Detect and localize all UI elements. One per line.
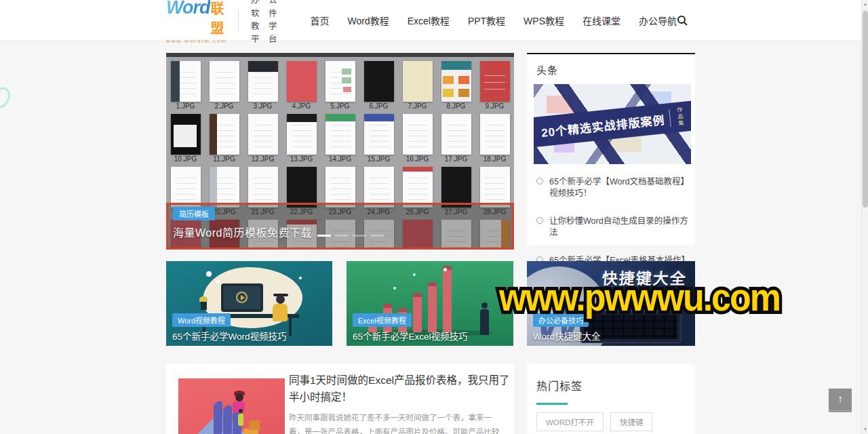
resume-thumbnail[interactable] [403,61,433,102]
thumbnail-cell[interactable]: 10.JPG [166,110,205,163]
resume-thumbnail[interactable] [403,167,433,208]
bullet-circle-icon [536,178,543,184]
thumbnail-cell[interactable]: 1.JPG [166,57,205,110]
thumbnail-cell[interactable]: 11.JPG [205,110,243,163]
carousel-caption[interactable]: 海量Word简历模板免费下载 [173,224,514,240]
main-nav: 首页Word教程Excel教程PPT教程WPS教程在线课堂办公导航 [310,14,677,27]
thumbnail-cell[interactable]: 13.JPG [282,110,321,163]
resume-thumbnail[interactable] [441,167,471,208]
card-excel-video[interactable]: Excel视频教程 65个新手必学Excel视频技巧 [347,261,513,346]
thumbnail-cell[interactable]: 6.JPG [359,57,398,110]
hot-tags-underline [536,403,568,405]
nav-item[interactable]: Word教程 [347,14,389,27]
resume-thumbnail[interactable] [171,167,201,208]
resume-thumbnail[interactable] [248,114,278,155]
resume-thumbnail[interactable] [248,167,278,208]
article-thumbnail[interactable] [178,378,285,434]
hero-carousel[interactable]: 1.JPG2.JPG3.JPG4.JPG5.JPG6.JPG7.JPG8.JPG… [166,53,514,250]
scrollbar-thumb[interactable] [863,11,868,208]
thumbnail-cell[interactable]: 14.JPG [321,110,359,163]
carousel-indicator[interactable] [317,235,331,237]
browser-scrollbar[interactable]: ▲ ▼ [861,0,868,434]
nav-item[interactable]: WPS教程 [524,14,564,27]
logo-url: www.wordlm.com [166,38,227,44]
thumbnail-cell[interactable]: 18.JPG [475,110,514,163]
nav-item[interactable]: Excel教程 [408,14,450,27]
resume-thumbnail[interactable] [480,114,510,155]
resume-thumbnail[interactable] [171,114,201,155]
tagline-line1: 办 公 软 件 [251,0,297,20]
resume-thumbnail[interactable] [403,114,433,155]
thumbnail-cell[interactable]: 7.JPG [398,57,437,110]
card-word-video[interactable]: Word视频教程 65个新手必学Word视频技巧 [166,261,332,346]
logo-lianmeng: 联盟 [211,0,228,37]
card-tag[interactable]: Word视频教程 [172,313,231,327]
thumbnail-cell[interactable]: 16.JPG [398,110,437,163]
resume-thumbnail[interactable] [210,61,239,102]
resume-thumbnail[interactable] [441,114,471,155]
sparkle [393,287,396,290]
scroll-to-top-button[interactable]: ↑ [829,389,852,412]
resume-thumbnail[interactable] [364,114,394,155]
thumbnail-filename: 5.JPG [331,103,350,110]
resume-thumbnail[interactable] [364,61,394,102]
thumbnail-filename: 3.JPG [254,103,273,110]
resume-thumbnail[interactable] [210,167,239,208]
article-title[interactable]: 同事1天时间做的Excel产品报价表格，我只用了半小时搞定！ [289,372,514,406]
resume-thumbnail[interactable] [480,61,510,102]
resume-thumbnail[interactable] [326,114,355,155]
hot-tag-button[interactable]: 快捷键 [610,412,653,431]
deco-dot [216,280,220,283]
nav-item[interactable]: PPT教程 [468,14,505,27]
thumbnail-filename: 14.JPG [329,156,351,163]
card-title[interactable]: 65个新手必学Word视频技巧 [172,329,287,342]
scrollbar-down-arrow[interactable]: ▼ [862,427,868,431]
thumbnail-cell[interactable]: 17.JPG [437,110,475,163]
sparkle [443,268,447,271]
card-tag[interactable]: Excel视频教程 [353,313,412,327]
resume-thumbnail[interactable] [441,61,471,102]
search-button[interactable] [677,15,688,26]
resume-thumbnail[interactable] [364,167,394,208]
hot-tag-button[interactable]: WORD打不开 [536,412,604,431]
resume-thumbnail[interactable] [326,61,355,102]
carousel-indicator[interactable] [370,235,384,237]
nav-item[interactable]: 在线课堂 [583,14,620,27]
resume-thumbnail[interactable] [326,167,355,208]
resume-thumbnail[interactable] [287,167,317,208]
headline-list-item[interactable]: 让你秒懂Word自动生成目录的操作方法 [536,208,688,247]
thumbnail-cell[interactable]: 4.JPG [282,57,321,110]
resume-thumbnail[interactable] [287,114,317,155]
carousel-category-tag[interactable]: 简历模板 [173,207,215,220]
card-title[interactable]: Word快捷键大全 [533,329,601,342]
site-logo[interactable]: Word 联盟 www.wordlm.com [166,0,227,44]
nav-item[interactable]: 办公导航 [639,14,677,27]
thumbnail-filename: 17.JPG [445,156,467,163]
carousel-indicator[interactable] [335,235,349,237]
thumbnail-filename: 4.JPG [292,103,311,110]
card-title[interactable]: 65个新手必学Excel视频技巧 [353,329,468,342]
headline-list-item[interactable]: 65个新手必学【Word文档基础教程】视频技巧！ [536,168,688,208]
resume-thumbnail[interactable] [248,61,278,102]
nav-item[interactable]: 首页 [310,14,329,27]
resume-thumbnail[interactable] [171,61,201,102]
thumbnail-cell[interactable]: 2.JPG [205,57,243,110]
plant-illustration [201,302,207,310]
resume-thumbnail[interactable] [287,61,317,102]
thumbnail-cell[interactable]: 15.JPG [359,110,398,163]
thumbnail-cell[interactable]: 5.JPG [321,57,359,110]
card-tag[interactable]: 办公必备技巧 [533,313,589,327]
thumbnail-filename: 9.JPG [486,103,505,110]
carousel-indicator[interactable] [353,235,366,237]
resume-thumbnail[interactable] [210,114,239,155]
iso-bar [214,400,222,434]
card-shortcut-keys[interactable]: W 快捷键大全 办公必备技巧 Word快捷键大全 [527,261,695,346]
resume-thumbnail[interactable] [480,167,510,208]
headline-banner[interactable]: 20个精选实战排版案例 作品集 [534,84,691,164]
thumbnail-cell[interactable]: 3.JPG [243,57,282,110]
thumbnail-cell[interactable]: 12.JPG [243,110,282,163]
thumbnail-cell[interactable]: 9.JPG [475,57,514,110]
thumbnail-cell[interactable]: 8.JPG [437,57,475,110]
scrollbar-up-arrow[interactable]: ▲ [862,2,868,6]
desk-leg [289,317,292,336]
